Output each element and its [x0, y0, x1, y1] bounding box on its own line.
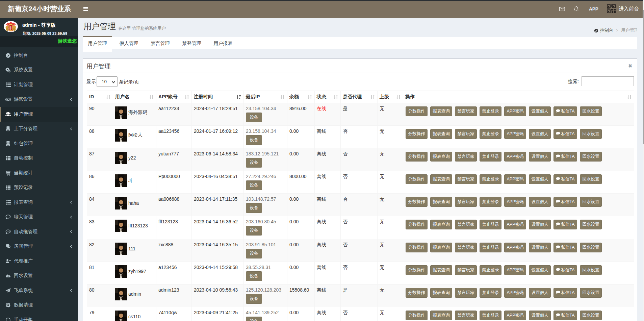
svg-text:甲: 甲 [9, 25, 13, 30]
